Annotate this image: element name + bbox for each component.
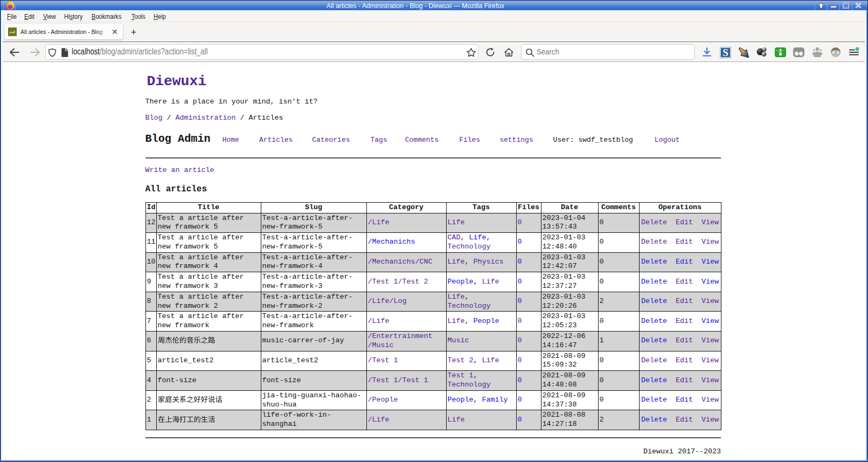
svg-text:S: S — [723, 47, 728, 58]
